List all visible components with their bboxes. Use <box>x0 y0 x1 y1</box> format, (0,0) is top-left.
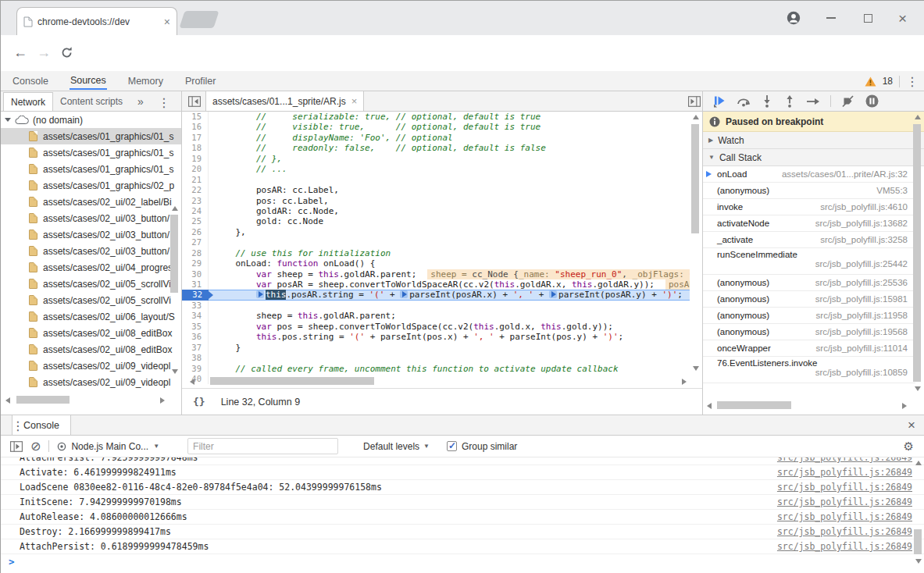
drawer-menu-icon[interactable]: ⋮ <box>12 418 24 433</box>
code-line[interactable]: 18 // readonly: false, // optional, defa… <box>182 143 690 153</box>
file-tree-item[interactable]: assets/cases/02_ui/08_editBox <box>1 341 181 358</box>
console-message[interactable]: AttachPersist: 0.6189999999478459mssrc/j… <box>1 539 924 554</box>
code-line[interactable]: 33 <box>182 301 690 311</box>
code-line[interactable]: 16 // visible: true, // optional, defaul… <box>182 122 690 132</box>
console-message[interactable]: AutoRelease: 4.08600000012666mssrc/jsb_p… <box>1 510 924 525</box>
step-position-marker-icon[interactable] <box>549 290 557 298</box>
close-drawer-icon[interactable]: × <box>908 418 915 433</box>
call-stack-frame[interactable]: invokesrc/jsb_polyfill.js:4610 <box>703 199 915 215</box>
code-line[interactable]: 29 onLoad: function onLoad() { <box>182 258 690 269</box>
console-vertical-scrollbar[interactable] <box>914 529 922 554</box>
tree-scroll-up[interactable] <box>172 206 178 211</box>
stack-scroll-down[interactable] <box>915 386 921 391</box>
file-tree-item[interactable]: assets/cases/02_ui/08_editBox <box>1 325 181 341</box>
console-source-link[interactable]: src/jsb_polyfill.js:26849 <box>777 482 912 493</box>
devtools-tab-console[interactable]: Console <box>12 73 49 89</box>
code-line[interactable]: 34 sheep = this.goldAR.parent; <box>182 311 690 321</box>
code-line[interactable]: 35 var pos = sheep.convertToWorldSpace(c… <box>182 322 690 332</box>
code-line[interactable]: 30 var sheep = this.goldAR.parent;sheep … <box>182 269 690 279</box>
code-line[interactable]: 38 <box>182 353 690 363</box>
step-position-marker-icon[interactable] <box>256 290 264 298</box>
console-message[interactable]: InitScene: 7.942999999970198mssrc/jsb_po… <box>1 495 924 510</box>
console-source-link[interactable]: src/jsb_polyfill.js:26849 <box>777 496 912 507</box>
navigator-tab-network[interactable]: Network <box>3 92 53 111</box>
devtools-tab-memory[interactable]: Memory <box>127 73 164 89</box>
execution-context-selector[interactable]: Node.js Main Co... ▼ <box>57 441 159 452</box>
warning-count[interactable]: 18 <box>883 76 893 87</box>
filter-input[interactable] <box>187 438 338 454</box>
code-line[interactable]: 20 // ... <box>182 164 690 174</box>
call-stack-frame[interactable]: _activatesrc/jsb_polyfill.js:3258 <box>703 232 915 248</box>
code-line[interactable]: 22 posAR: cc.Label, <box>182 185 690 195</box>
reload-button[interactable] <box>60 46 73 62</box>
tree-scroll-right[interactable] <box>160 397 165 404</box>
call-stack-frame[interactable]: (anonymous)VM55:3 <box>703 183 915 199</box>
file-tree-item[interactable]: assets/cases/02_ui/09_videopl <box>1 374 181 390</box>
file-tree-item[interactable]: assets/cases/02_ui/09_videopl <box>1 358 181 374</box>
code-line[interactable]: 32 this.posAR.string = '(' + parseInt(po… <box>182 290 690 300</box>
file-tree-item[interactable]: assets/cases/01_graphics/01_s <box>1 128 181 144</box>
call-stack-frame[interactable]: runSceneImmediatesrc/jsb_polyfill.js:254… <box>703 248 915 275</box>
editor-scroll-right[interactable] <box>682 379 687 385</box>
tree-vertical-scrollbar[interactable] <box>170 215 178 293</box>
file-tree-item[interactable]: assets/cases/02_ui/03_button/ <box>1 210 181 226</box>
show-console-sidebar-icon[interactable] <box>10 441 23 452</box>
stack-horizontal-scrollbar[interactable] <box>717 401 791 409</box>
step-over-button[interactable] <box>737 95 751 108</box>
maximize-button[interactable] <box>864 1 872 35</box>
close-file-icon[interactable]: × <box>351 95 358 107</box>
code-line[interactable]: 28 // use this for initialization <box>182 248 690 258</box>
call-stack-frame[interactable]: onLoadassets/cases/01...prite/AR.js:32 <box>703 166 915 183</box>
console-source-link[interactable]: src/jsb_polyfill.js:26849 <box>777 526 912 537</box>
editor-scroll-down[interactable] <box>693 366 699 371</box>
console-settings-gear-icon[interactable]: ⚙ <box>904 440 914 454</box>
call-stack-frame[interactable]: onceWrappersrc/jsb_polyfill.js:11014 <box>703 340 915 357</box>
tree-horizontal-scrollbar[interactable] <box>16 396 70 404</box>
code-line[interactable]: 21 <box>182 175 690 185</box>
stack-scroll-left[interactable] <box>707 403 712 409</box>
call-stack-frame[interactable]: activateNodesrc/jsb_polyfill.js:13682 <box>703 215 915 232</box>
editor-scroll-left[interactable] <box>190 379 194 385</box>
editor-horizontal-scrollbar[interactable] <box>210 377 374 385</box>
code-area[interactable]: 15 // serializable: true, // optional, d… <box>182 112 690 388</box>
console-message[interactable]: LoadScene 0830ee82-0116-48c4-82e0-89784f… <box>1 480 924 495</box>
tree-scroll-down[interactable] <box>172 369 178 374</box>
navigator-menu-icon[interactable]: ⋮ <box>158 95 170 110</box>
stack-vertical-scrollbar[interactable] <box>913 124 921 382</box>
more-tabs-icon[interactable]: » <box>137 95 144 108</box>
file-tree-item[interactable]: assets/cases/01_graphics/02_p <box>1 177 181 194</box>
tree-scroll-left[interactable] <box>5 397 10 404</box>
navigator-tab-content-scripts[interactable]: Content scripts <box>53 92 130 111</box>
code-line[interactable]: 15 // serializable: true, // optional, d… <box>182 112 690 122</box>
step-position-marker-icon[interactable] <box>400 290 408 298</box>
log-level-selector[interactable]: Default levels ▼ <box>363 441 430 452</box>
show-debugger-icon[interactable] <box>688 96 701 107</box>
file-tree-root[interactable]: (no domain) <box>1 112 181 128</box>
back-button[interactable]: ← <box>13 44 27 61</box>
editor-scroll-up[interactable] <box>693 115 699 119</box>
console-source-link[interactable]: src/jsb_polyfill.js:26849 <box>777 457 912 463</box>
editor-vertical-scrollbar[interactable] <box>691 124 699 233</box>
step-out-button[interactable] <box>783 94 796 108</box>
console-message[interactable]: Destroy: 2.166999999899417mssrc/jsb_poly… <box>1 525 924 539</box>
checkbox-checked-icon[interactable] <box>447 441 457 451</box>
file-tree-item[interactable]: assets/cases/02_ui/02_label/Bi <box>1 194 181 210</box>
code-line[interactable]: 19 // }, <box>182 154 690 164</box>
code-line[interactable]: 24 goldAR: cc.Node, <box>182 206 690 216</box>
pause-on-exceptions-button[interactable] <box>865 94 879 108</box>
call-stack-frame[interactable]: 76.EventListeners.invokesrc/jsb_polyfill… <box>703 357 915 383</box>
call-stack-frame[interactable]: (anonymous)src/jsb_polyfill.js:25536 <box>703 275 915 291</box>
file-tree-item[interactable]: assets/cases/02_ui/05_scrollVi <box>1 276 181 292</box>
code-line[interactable]: 17 // displayName: 'Foo', // optional <box>182 133 690 143</box>
stack-scroll-up[interactable] <box>915 115 921 119</box>
call-stack-frame[interactable]: (anonymous)src/jsb_polyfill.js:11958 <box>703 308 915 324</box>
file-tree-item[interactable]: assets/cases/01_graphics/01_s <box>1 161 181 177</box>
dragged-tab-stub[interactable] <box>179 11 219 28</box>
step-into-button[interactable] <box>761 94 773 108</box>
devtools-menu-icon[interactable]: ⋮ <box>906 74 919 89</box>
file-tree-item[interactable]: assets/cases/02_ui/04_progres <box>1 259 181 276</box>
stack-scroll-right[interactable] <box>902 403 907 409</box>
profile-button[interactable] <box>787 1 801 35</box>
file-tree-item[interactable]: assets/cases/01_graphics/01_s <box>1 144 181 161</box>
console-source-link[interactable]: src/jsb_polyfill.js:26849 <box>777 541 912 552</box>
